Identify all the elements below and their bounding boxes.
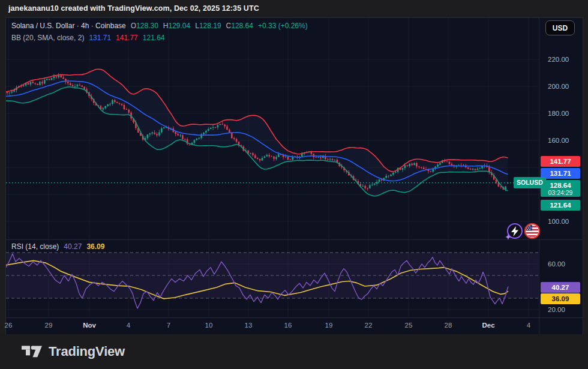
rsi-legend-row[interactable]: RSI (14, close) 40.27 36.09 [11, 242, 104, 251]
bb-basis-price-label: 131.71 [541, 168, 580, 179]
time-axis-label: 29 [45, 322, 53, 329]
time-axis-label: 10 [205, 322, 213, 329]
ohlc-open: O128.30 [131, 22, 158, 30]
bb-basis-value: 131.71 [89, 34, 111, 42]
bb-upper-value: 141.77 [116, 34, 138, 42]
symbol-price-tag: SOLUSD [514, 177, 546, 188]
event-icons[interactable] [504, 222, 544, 241]
bb-indicator-title: BB (20, SMA, close, 2) [11, 34, 84, 42]
tradingview-snapshot: janekananu10 created with TradingView.co… [0, 0, 588, 369]
time-axis-label: 26 [5, 322, 13, 329]
ohlc-high: H129.04 [163, 22, 190, 30]
price-axis-label: 100.00 [548, 218, 569, 225]
rsi-chart[interactable] [6, 240, 539, 317]
price-change: +0.33 (+0.26%) [258, 22, 308, 30]
time-axis-label: 13 [245, 322, 253, 329]
price-axis-label: 160.00 [548, 137, 569, 144]
pane-separator[interactable] [6, 239, 583, 240]
attribution-bar: janekananu10 created with TradingView.co… [0, 0, 588, 17]
price-axis-label: 180.00 [548, 110, 569, 117]
tradingview-logo-text[interactable]: TradingView [49, 344, 125, 359]
price-axis-label: 220.00 [548, 56, 569, 63]
tradingview-logo-icon[interactable] [22, 345, 42, 358]
bb-legend-row[interactable]: BB (20, SMA, close, 2) 131.71 141.77 121… [11, 34, 165, 42]
time-axis-label: 16 [284, 322, 292, 329]
time-axis-label: 4 [127, 322, 130, 329]
us-flag-event-icon [525, 224, 539, 238]
footer-bar: TradingView [0, 334, 588, 369]
time-axis-label: 28 [445, 322, 452, 329]
rsi-axis-label: 20.00 [548, 306, 565, 313]
price-axis[interactable]: USD 220.00200.00180.00160.00100.0060.002… [539, 18, 583, 317]
chart-container[interactable]: Solana / U.S. Dollar · 4h · Coinbase O12… [5, 17, 583, 335]
rsi-axis-label: 60.00 [548, 260, 565, 268]
rsi-value-label: 40.27 [541, 282, 580, 293]
time-axis[interactable]: 2629Nov4710131619222528Dec4 [6, 318, 539, 334]
time-axis-label: Dec [482, 322, 494, 329]
bb-lower-price-label: 121.64 [541, 200, 580, 211]
rsi-pane[interactable] [6, 240, 539, 317]
time-axis-label: 7 [167, 322, 170, 329]
rsi-ma-value: 36.09 [86, 242, 104, 251]
time-axis-label: 4 [527, 322, 530, 329]
rsi-ma-value-label: 36.09 [541, 293, 580, 304]
main-price-pane[interactable] [6, 18, 539, 239]
attribution-text: janekananu10 created with TradingView.co… [8, 4, 259, 13]
symbol-title: Solana / U.S. Dollar · 4h · Coinbase [11, 22, 126, 30]
bb-upper-price-label: 141.77 [541, 156, 580, 167]
time-axis-label: 25 [405, 322, 413, 329]
ohlc-low: L128.19 [195, 22, 221, 30]
time-axis-label: Nov [83, 322, 96, 329]
price-axis-label: 200.00 [548, 83, 569, 90]
time-axis-label: 19 [325, 322, 333, 329]
currency-toggle-button[interactable]: USD [545, 20, 575, 35]
symbol-legend-row[interactable]: Solana / U.S. Dollar · 4h · Coinbase O12… [11, 22, 308, 30]
candlestick-chart[interactable] [6, 18, 539, 239]
rsi-indicator-title: RSI (14, close) [11, 242, 59, 251]
bb-lower-value: 121.64 [143, 34, 165, 42]
ohlc-close: C128.64 [226, 22, 253, 30]
time-axis-label: 22 [365, 322, 373, 329]
last-price-label: 128.6403:24:29 [541, 180, 580, 197]
flash-event-icon [505, 224, 522, 240]
rsi-value: 40.27 [64, 242, 82, 251]
